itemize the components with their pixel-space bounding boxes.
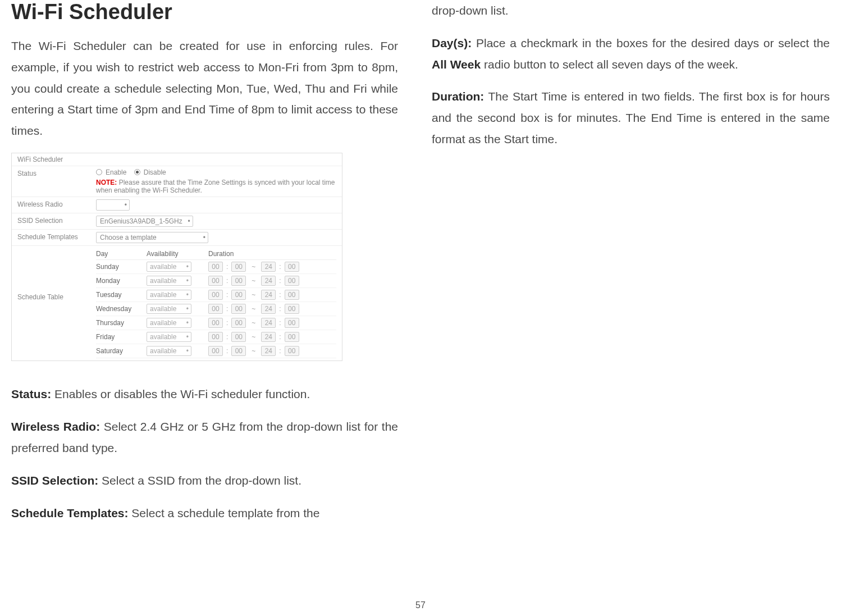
availability-select[interactable]: available <box>147 346 191 356</box>
start-minute-input[interactable]: 00 <box>231 304 246 314</box>
duration-definition: Duration: The Start Time is entered in t… <box>432 86 830 149</box>
wireless-radio-row: Wireless Radio <box>12 197 342 213</box>
note-label: NOTE: <box>96 179 117 186</box>
templates-row: Schedule Templates Choose a template <box>12 230 342 246</box>
days-def-label: Day(s): <box>432 36 472 49</box>
grid-row: Thursday available 00 : 00 ~ 24 : 00 <box>96 316 336 330</box>
end-hour-input[interactable]: 24 <box>261 332 276 342</box>
colon-separator: : <box>226 347 228 355</box>
enable-radio[interactable]: Enable <box>96 168 126 176</box>
header-day: Day <box>96 250 147 258</box>
end-hour-input[interactable]: 24 <box>261 304 276 314</box>
days-def-text-b: radio button to select all seven days of… <box>481 58 738 71</box>
day-name: Sunday <box>96 263 147 271</box>
intro-paragraph: The Wi-Fi Scheduler can be created for u… <box>11 35 398 142</box>
wifi-scheduler-screenshot: WiFi Scheduler Status Enable Disable NO <box>11 153 342 362</box>
templates-label: Schedule Templates <box>17 232 96 241</box>
colon-separator: : <box>279 347 281 355</box>
tilde-separator: ~ <box>252 277 255 285</box>
start-hour-input[interactable]: 00 <box>208 304 223 314</box>
start-minute-input[interactable]: 00 <box>231 290 246 300</box>
start-minute-input[interactable]: 00 <box>231 276 246 286</box>
day-name: Saturday <box>96 347 147 355</box>
grid-row: Sunday available 00 : 00 ~ 24 : 00 <box>96 260 336 274</box>
colon-separator: : <box>279 291 281 299</box>
status-definition: Status: Enables or disables the Wi-Fi sc… <box>11 384 398 405</box>
start-minute-input[interactable]: 00 <box>231 318 246 328</box>
screenshot-title: WiFi Scheduler <box>17 156 63 163</box>
radio-icon <box>96 169 102 175</box>
start-hour-input[interactable]: 00 <box>208 318 223 328</box>
day-name: Monday <box>96 277 147 285</box>
note-body: Please assure that the Time Zone Setting… <box>96 179 335 194</box>
status-row: Status Enable Disable NOTE: Please assur… <box>12 166 342 198</box>
colon-separator: : <box>279 319 281 327</box>
colon-separator: : <box>279 277 281 285</box>
colon-separator: : <box>226 333 228 341</box>
colon-separator: : <box>279 333 281 341</box>
templates-select[interactable]: Choose a template <box>96 232 208 243</box>
start-hour-input[interactable]: 00 <box>208 332 223 342</box>
start-hour-input[interactable]: 00 <box>208 276 223 286</box>
ssid-def-text: Select a SSID from the drop-down list. <box>102 474 301 487</box>
grid-row: Friday available 00 : 00 ~ 24 : 00 <box>96 330 336 344</box>
colon-separator: : <box>226 277 228 285</box>
end-minute-input[interactable]: 00 <box>285 262 299 272</box>
end-hour-input[interactable]: 24 <box>261 262 276 272</box>
availability-select[interactable]: available <box>147 304 191 314</box>
all-week-bold: All Week <box>432 58 481 71</box>
colon-separator: : <box>226 263 228 271</box>
header-duration: Duration <box>208 250 336 258</box>
start-hour-input[interactable]: 00 <box>208 346 223 356</box>
colon-separator: : <box>279 305 281 313</box>
screenshot-title-row: WiFi Scheduler <box>12 153 342 166</box>
availability-select[interactable]: available <box>147 262 191 272</box>
tilde-separator: ~ <box>252 263 255 271</box>
end-minute-input[interactable]: 00 <box>285 290 299 300</box>
availability-select[interactable]: available <box>147 332 191 342</box>
wireless-radio-select[interactable] <box>96 199 130 211</box>
end-minute-input[interactable]: 00 <box>285 346 299 356</box>
end-minute-input[interactable]: 00 <box>285 304 299 314</box>
start-minute-input[interactable]: 00 <box>231 332 246 342</box>
tilde-separator: ~ <box>252 319 255 327</box>
colon-separator: : <box>226 291 228 299</box>
colon-separator: : <box>226 319 228 327</box>
templates-def-text: Select a schedule template from the <box>131 507 319 519</box>
availability-select[interactable]: available <box>147 276 191 286</box>
end-minute-input[interactable]: 00 <box>285 332 299 342</box>
colon-separator: : <box>279 263 281 271</box>
end-minute-input[interactable]: 00 <box>285 318 299 328</box>
availability-select[interactable]: available <box>147 318 191 328</box>
tilde-separator: ~ <box>252 333 255 341</box>
end-hour-input[interactable]: 24 <box>261 290 276 300</box>
end-hour-input[interactable]: 24 <box>261 318 276 328</box>
end-hour-input[interactable]: 24 <box>261 276 276 286</box>
day-name: Friday <box>96 333 147 341</box>
tilde-separator: ~ <box>252 347 255 355</box>
status-def-label: Status: <box>11 387 51 400</box>
start-minute-input[interactable]: 00 <box>231 262 246 272</box>
start-minute-input[interactable]: 00 <box>231 346 246 356</box>
continuation-text: drop-down list. <box>432 0 830 21</box>
end-hour-input[interactable]: 24 <box>261 346 276 356</box>
end-minute-input[interactable]: 00 <box>285 276 299 286</box>
day-name: Wednesday <box>96 305 147 313</box>
start-hour-input[interactable]: 00 <box>208 262 223 272</box>
disable-radio[interactable]: Disable <box>134 168 166 176</box>
start-hour-input[interactable]: 00 <box>208 290 223 300</box>
tilde-separator: ~ <box>252 291 255 299</box>
tilde-separator: ~ <box>252 305 255 313</box>
schedule-table-row: Schedule Table Day Availability Duration… <box>12 246 342 361</box>
days-def-text-a: Place a checkmark in the boxes for the d… <box>476 36 830 49</box>
schedule-grid: Day Availability Duration Sunday availab… <box>96 248 336 358</box>
schedule-table-label: Schedule Table <box>17 248 96 301</box>
ssid-select[interactable]: EnGenius3A9ADB_1-5GHz <box>96 216 193 227</box>
availability-select[interactable]: available <box>147 290 191 300</box>
ssid-selection-label: SSID Selection <box>17 216 96 225</box>
ssid-def-label: SSID Selection: <box>11 474 98 487</box>
wireless-def-label: Wireless Radio: <box>11 420 100 433</box>
duration-def-label: Duration: <box>432 90 484 103</box>
radio-icon <box>134 169 140 175</box>
wireless-definition: Wireless Radio: Select 2.4 GHz or 5 GHz … <box>11 416 398 459</box>
